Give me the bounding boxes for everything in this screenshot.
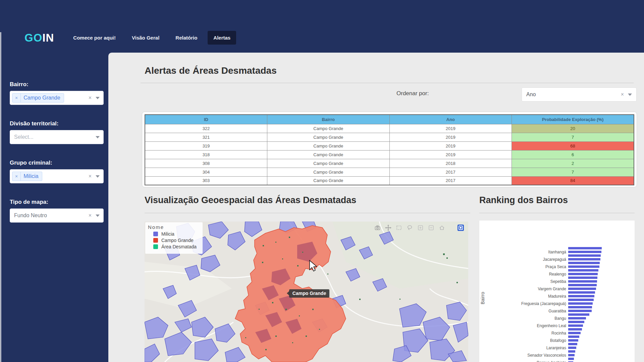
ranking-bar[interactable] [568,258,600,260]
ranking-bar[interactable] [568,284,597,286]
box-select-icon[interactable] [396,225,402,231]
cell-bairro: Campo Grande [267,159,390,168]
ranking-bar[interactable] [568,310,592,312]
ranking-bar[interactable] [568,299,594,301]
cell-probabilidade: 7 [512,168,634,176]
zoom-out-icon[interactable] [428,225,434,231]
nav-tab-alertas[interactable]: Alertas [208,31,236,45]
ranking-bar[interactable] [568,295,594,297]
cell-id: 318 [145,150,267,159]
reset-view-icon[interactable] [439,225,445,231]
ranking-bar[interactable] [568,332,581,334]
grupo-select[interactable]: × Milicia × [10,169,104,183]
cell-probabilidade: 20 [512,124,634,133]
ranking-bar[interactable] [568,277,597,279]
legend-swatch [153,232,158,236]
legend-item[interactable]: Milicia [153,231,197,237]
filter-label-bairro: Bairro: [10,81,108,88]
pan-icon[interactable] [385,225,391,231]
ranking-bar-row: Bangu [479,316,635,320]
divider [141,83,634,83]
top-nav: GOIN Comece por aqui!Visão GeralRelatóri… [0,0,644,53]
ranking-bar[interactable] [568,302,593,305]
ranking-bar[interactable] [568,328,582,330]
camera-icon[interactable] [374,225,381,231]
ranking-bar[interactable] [568,317,586,319]
clear-icon[interactable]: × [89,95,92,101]
ranking-bar[interactable] [568,336,579,338]
table-row: 319Campo Grande201968 [145,141,634,150]
fullscreen-toggle-icon[interactable] [457,224,464,231]
chevron-down-icon[interactable] [628,94,632,96]
nav-tab-relat-rio[interactable]: Relatório [170,31,203,45]
clear-icon[interactable]: × [89,213,92,218]
map-section-title: Visualização Geoespacial das Áreas Desma… [145,195,356,205]
tipo-mapa-select[interactable]: Fundo Neutro × [10,208,104,223]
ranking-bar[interactable] [568,321,584,323]
legend-item[interactable]: Campo Grande [153,238,197,243]
ranking-bar-row: Guaratiba [479,309,635,313]
clear-icon[interactable]: × [621,92,624,97]
bar-tick-label: Rocinha [479,331,568,336]
sort-by-label: Ordenar por: [396,90,429,97]
cell-id: 319 [145,141,267,150]
ranking-bar[interactable] [568,350,575,353]
tag-remove-icon[interactable]: × [12,172,21,181]
ranking-bar[interactable] [568,265,599,268]
lasso-select-icon[interactable] [407,225,413,231]
ranking-bar[interactable] [568,358,574,360]
cell-bairro: Campo Grande [267,124,390,133]
chevron-down-icon[interactable] [96,97,100,99]
ranking-bar[interactable] [568,269,598,272]
chevron-down-icon[interactable] [96,136,100,138]
legend-label: Milicia [161,231,174,237]
ranking-bar-row: Botafogo [479,339,635,342]
nav-tabs: Comece por aqui!Visão GeralRelatórioAler… [67,31,236,45]
ranking-bar[interactable] [568,262,600,264]
cell-bairro: Campo Grande [267,141,390,150]
ranking-bar[interactable] [568,306,592,308]
ranking-bar[interactable] [568,254,601,257]
ranking-bar[interactable] [568,339,578,342]
bar-tick-label: Realengo [479,272,568,277]
nav-tab-vis-o-geral[interactable]: Visão Geral [126,31,165,45]
bairro-select[interactable]: × Campo Grande × [10,91,104,105]
sort-by-select[interactable]: Ano × [522,87,637,102]
bar-tick-label: Praça Seca [479,264,568,269]
ranking-bar[interactable] [568,251,601,253]
cell-probabilidade: 7 [512,133,634,141]
geospatial-map[interactable]: Campo Grande Nome MiliciaCampo GrandeÁre… [145,222,468,362]
ranking-bar-row: Laranjeiras [479,346,635,350]
filter-label-tipo-mapa: Tipo de mapa: [10,199,108,205]
table-header-cell: Probabilidade Exploração (%) [512,115,634,124]
bar-tick-label: Vargem Grande [479,287,568,291]
ranking-bar[interactable] [568,291,595,294]
ranking-bar[interactable] [568,324,583,327]
nav-tab-comece-por-aqui-[interactable]: Comece por aqui! [67,31,121,45]
ranking-bar-row: Rocinha [479,331,635,335]
tag-remove-icon[interactable]: × [12,94,21,102]
divisao-select[interactable]: Select... [10,130,104,144]
table-header-cell: ID [145,115,267,124]
filter-label-divisao: Divisão territorial: [10,120,108,127]
content-panel: Alertas de Áreas Desmatadas Ordenar por:… [108,53,644,362]
ranking-bar[interactable] [568,247,602,249]
ranking-bar[interactable] [568,273,598,275]
zoom-in-icon[interactable] [417,225,424,231]
ranking-bar[interactable] [568,347,576,349]
ranking-bar[interactable] [568,288,596,290]
ranking-bar[interactable] [568,343,577,345]
chevron-down-icon[interactable] [96,175,100,178]
cell-bairro: Campo Grande [267,176,390,185]
ranking-bar-row: Madureira [479,294,635,298]
chevron-down-icon[interactable] [96,215,100,217]
ranking-bar[interactable] [568,280,597,283]
ranking-bar[interactable] [568,313,589,316]
clear-icon[interactable]: × [89,174,92,179]
cell-ano: 2019 [389,124,512,133]
alerts-table-card: IDBairroAnoProbabilidade Exploração (%) … [142,112,637,187]
ranking-chart[interactable]: Bairro ItanhangáJacarepaguáPraça SecaRea… [479,221,635,362]
map-tooltip: Campo Grande [287,289,329,298]
ranking-bar[interactable] [568,354,575,356]
legend-item[interactable]: Área Desmatada [153,244,197,249]
